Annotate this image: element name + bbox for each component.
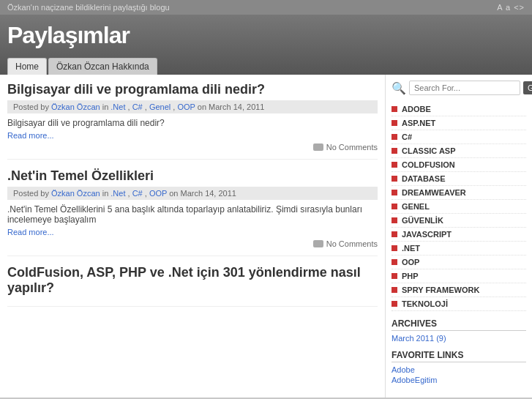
header-top: Özkan'ın naçizane bildiklerini paylaştığ… bbox=[0, 0, 532, 15]
sidebar: 🔍 Go ADOBE ASP.NET C# CLASSIC ASP bbox=[386, 75, 532, 398]
post-1-tag-oop[interactable]: OOP bbox=[177, 102, 195, 111]
post-2: .Net'in Temel Özellikleri Posted by Özka… bbox=[7, 168, 378, 256]
cat-teknoloji[interactable]: TEKNOLOJİ bbox=[391, 297, 526, 311]
svg-rect-9 bbox=[391, 231, 397, 237]
post-1-title[interactable]: Bilgisayar dili ve programlama dili nedi… bbox=[7, 82, 378, 97]
post-2-meta: Posted by Özkan Özcan in .Net , C# , OOP… bbox=[7, 187, 378, 200]
post-2-tag-net[interactable]: .Net bbox=[110, 189, 125, 198]
svg-rect-7 bbox=[391, 204, 397, 209]
post-1-read-more[interactable]: Read more... bbox=[7, 131, 378, 140]
nav-hakkinda[interactable]: Özkan Özcan Hakkında bbox=[48, 58, 157, 75]
search-icon: 🔍 bbox=[391, 81, 406, 95]
svg-rect-8 bbox=[391, 217, 397, 223]
cat-dreamweaver[interactable]: DREAMWEAVER bbox=[391, 186, 526, 200]
comment-bubble-icon bbox=[313, 143, 323, 151]
tagline: Özkan'ın naçizane bildiklerini paylaştığ… bbox=[7, 3, 170, 12]
post-1-comments: No Comments bbox=[7, 143, 378, 152]
cat-spry[interactable]: SPRY FRAMEWORK bbox=[391, 283, 526, 297]
svg-rect-14 bbox=[391, 301, 397, 307]
cat-genel[interactable]: GENEL bbox=[391, 200, 526, 214]
search-input[interactable] bbox=[409, 81, 520, 95]
svg-rect-5 bbox=[391, 176, 397, 182]
cat-coldfusion[interactable]: COLDFUSION bbox=[391, 158, 526, 172]
archive-march-2011[interactable]: March 2011 (9) bbox=[391, 334, 526, 343]
post-1-excerpt: Bilgisayar dili ve programlama dili nedi… bbox=[7, 118, 378, 128]
post-1-meta: Posted by Özkan Özcan in .Net , C# , Gen… bbox=[7, 100, 378, 113]
post-1-tag-csharp[interactable]: C# bbox=[132, 102, 143, 111]
svg-rect-10 bbox=[391, 245, 397, 251]
cat-adobe[interactable]: ADOBE bbox=[391, 102, 526, 116]
svg-rect-2 bbox=[391, 134, 397, 140]
post-2-comments: No Comments bbox=[7, 239, 378, 248]
cat-database[interactable]: DATABASE bbox=[391, 172, 526, 186]
post-1: Bilgisayar dili ve programlama dili nedi… bbox=[7, 82, 378, 160]
cat-oop[interactable]: OOP bbox=[391, 256, 526, 269]
categories-section: ADOBE ASP.NET C# CLASSIC ASP COLDFUSION … bbox=[391, 102, 526, 311]
site-title: Paylaşımlar bbox=[7, 22, 525, 55]
svg-rect-13 bbox=[391, 287, 397, 293]
cat-csharp[interactable]: C# bbox=[391, 130, 526, 144]
cat-net[interactable]: .NET bbox=[391, 242, 526, 256]
post-2-tag-oop[interactable]: OOP bbox=[149, 189, 167, 198]
svg-rect-1 bbox=[391, 120, 397, 126]
svg-rect-3 bbox=[391, 148, 397, 154]
fav-links-heading: FAVORITE LINKS bbox=[391, 350, 526, 362]
post-2-excerpt: .Net'in Temel Özelliklerini 5 ana başlık… bbox=[7, 204, 378, 225]
archives-heading: ARCHIVES bbox=[391, 318, 526, 331]
svg-rect-12 bbox=[391, 273, 397, 279]
post-2-read-more[interactable]: Read more... bbox=[7, 228, 378, 236]
search-go-button[interactable]: Go bbox=[523, 81, 532, 94]
fav-adobe[interactable]: Adobe bbox=[391, 365, 526, 374]
svg-rect-11 bbox=[391, 259, 397, 265]
cat-javascript[interactable]: JAVASCRIPT bbox=[391, 228, 526, 242]
post-1-tag-genel[interactable]: Genel bbox=[149, 102, 171, 111]
archives-section: ARCHIVES March 2011 (9) bbox=[391, 318, 526, 343]
nav-home[interactable]: Home bbox=[7, 58, 47, 75]
cat-guvenlik[interactable]: GÜVENLİK bbox=[391, 214, 526, 228]
fav-adobeegitim[interactable]: AdobeEgitim bbox=[391, 376, 526, 384]
post-3-title[interactable]: ColdFusion, ASP, PHP ve .Net için 301 yö… bbox=[7, 265, 378, 296]
post-1-author[interactable]: Özkan Özcan bbox=[51, 102, 100, 111]
cat-classic-asp[interactable]: CLASSIC ASP bbox=[391, 144, 526, 158]
svg-rect-0 bbox=[391, 106, 397, 112]
comment-bubble-icon-2 bbox=[313, 240, 323, 247]
post-2-tag-csharp[interactable]: C# bbox=[132, 189, 143, 198]
svg-rect-6 bbox=[391, 190, 397, 195]
post-1-tag-net[interactable]: .Net bbox=[110, 102, 125, 111]
cat-aspnet[interactable]: ASP.NET bbox=[391, 116, 526, 130]
post-3: ColdFusion, ASP, PHP ve .Net için 301 yö… bbox=[7, 265, 378, 307]
post-2-author[interactable]: Özkan Özcan bbox=[51, 189, 100, 198]
fav-links-section: FAVORITE LINKS Adobe AdobeEgitim bbox=[391, 350, 526, 384]
post-2-title[interactable]: .Net'in Temel Özellikleri bbox=[7, 168, 378, 184]
search-box: 🔍 Go bbox=[391, 81, 526, 95]
nav-bar: Home Özkan Özcan Hakkında bbox=[7, 55, 525, 75]
header-controls: A a <> bbox=[497, 3, 525, 12]
svg-rect-4 bbox=[391, 162, 397, 168]
header-main: Paylaşımlar Home Özkan Özcan Hakkında bbox=[0, 15, 532, 75]
main-content: Bilgisayar dili ve programlama dili nedi… bbox=[0, 75, 386, 398]
content-wrapper: Bilgisayar dili ve programlama dili nedi… bbox=[0, 75, 532, 398]
cat-php[interactable]: PHP bbox=[391, 269, 526, 283]
